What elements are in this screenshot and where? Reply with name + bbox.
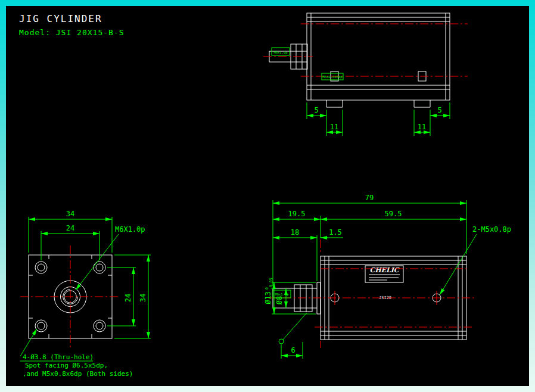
dim-24-top: 24 — [66, 224, 74, 232]
side-view-nameplate: CHELIC — [365, 266, 403, 282]
dim-19-5: 19.5 — [288, 210, 306, 218]
dim-6: 6 — [291, 346, 295, 354]
top-view-body-outline — [307, 13, 450, 107]
side-view: CHELIC JSI20 M6x1.0p — [264, 194, 511, 359]
dim-34-right: 34 — [139, 294, 147, 302]
dim-34-top: 34 — [66, 210, 74, 218]
bore-dia-label: Ø13 — [264, 291, 272, 304]
side-view-bore-dimension: Ø13 0 -0.05 — [264, 278, 316, 314]
cad-drawing: JIG CYLINDER Model: JSI 20X15-B-S — [6, 6, 529, 386]
top-view-centerlines — [263, 24, 468, 76]
front-view-thread-callout: M6X1.0p — [76, 225, 145, 290]
dim-11-right: 11 — [418, 123, 426, 131]
note-spot-facing: Spot facing Ø6.5x5dp, — [25, 362, 108, 369]
side-view-centerlines — [268, 239, 475, 348]
drawing-title: JIG CYLINDER — [19, 13, 102, 24]
dim-5-left: 5 — [314, 106, 318, 114]
front-view-centerlines — [20, 245, 120, 348]
note-thread-both-sides: ,and M5x0.8x6dp (Both sides) — [23, 370, 133, 378]
dim-5-right: 5 — [437, 106, 441, 114]
brand-logo-text: CHELIC — [369, 266, 399, 274]
dim-79: 79 — [365, 194, 374, 202]
title-block: JIG CYLINDER Model: JSI 20X15-B-S — [19, 13, 125, 37]
port-label: 2-M5x0.8p — [472, 225, 511, 234]
side-rod-thread-label: M6x1.0p — [275, 293, 288, 297]
model-label: Model: JSI 20X15-B-S — [19, 28, 125, 37]
rod-dia-label: Ø8 — [275, 296, 284, 304]
top-mount-hole-label: M5x0.8x6dp — [322, 75, 342, 79]
top-rod-thread-label: M6x1.0p — [273, 51, 287, 55]
center-thread-label: M6X1.0p — [115, 225, 145, 234]
top-view-rod-thread-tag: M6x1.0p — [272, 48, 290, 55]
dim-1-5: 1.5 — [329, 228, 342, 237]
front-view: 34 24 24 34 M6X1.0p — [20, 210, 151, 378]
top-view: M6x1.0p M5x0.8x6dp 5 — [263, 13, 468, 136]
dim-11-left: 11 — [330, 123, 338, 131]
side-view-bottom-dimension: 6 — [279, 313, 307, 359]
cad-viewport[interactable]: JIG CYLINDER Model: JSI 20X15-B-S — [6, 6, 529, 386]
note-thru-hole: 4-Ø3.8 (Thru-hole) — [23, 353, 94, 361]
dim-59-5: 59.5 — [385, 210, 402, 218]
desktop-background: JIG CYLINDER Model: JSI 20X15-B-S — [0, 0, 535, 392]
bore-tol-lower: -0.05 — [269, 278, 273, 290]
top-view-mount-hole-tag: M5x0.8x6dp — [322, 73, 343, 80]
dim-18: 18 — [291, 228, 299, 237]
dim-24-right: 24 — [124, 294, 132, 302]
front-view-notes: 4-Ø3.8 (Thru-hole) Spot facing Ø6.5x5dp,… — [20, 329, 133, 378]
